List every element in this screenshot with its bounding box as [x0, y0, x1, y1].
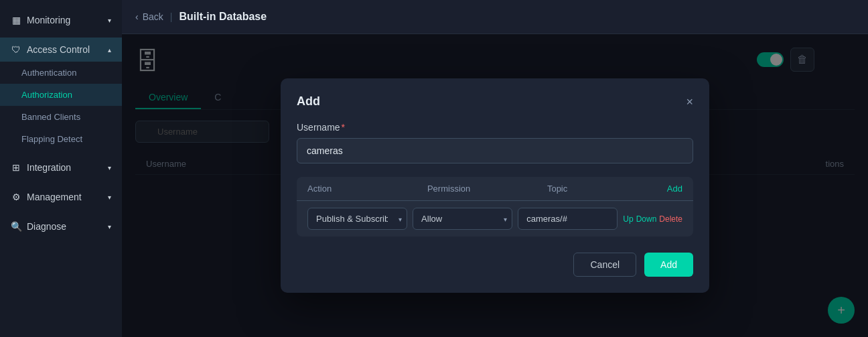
sidebar-item-monitoring[interactable]: ▦ Monitoring ▾ [0, 8, 122, 32]
shield-icon: 🛡 [11, 44, 21, 55]
integration-icon: ⊞ [11, 162, 21, 173]
topic-input[interactable] [518, 208, 618, 230]
row-down-button[interactable]: Down [636, 214, 657, 224]
username-label: Username* [297, 122, 693, 133]
diagnose-icon: 🔍 [11, 221, 21, 232]
modal-title: Add [297, 94, 320, 109]
action-select-wrapper: Publish & Subscribe Publish Subscribe ▾ [307, 208, 407, 230]
action-select[interactable]: Publish & Subscribe Publish Subscribe [307, 208, 407, 230]
sidebar-item-flapping-detect[interactable]: Flapping Detect [0, 128, 122, 150]
cancel-button[interactable]: Cancel [573, 253, 636, 277]
back-link[interactable]: ‹ Back [135, 11, 163, 22]
add-row-button[interactable]: Add [667, 184, 682, 194]
col-action: Action [307, 184, 427, 194]
page-title: Built-in Database [179, 11, 267, 23]
sidebar-item-management[interactable]: ⚙ Management ▾ [0, 185, 122, 209]
permission-select-wrapper: Allow Deny ▾ [413, 208, 512, 230]
main-content: ‹ Back | Built-in Database 🗄 🗑 Overview … [122, 0, 868, 337]
chevron-down-icon-diagnose: ▾ [108, 223, 111, 230]
sidebar-item-integration[interactable]: ⊞ Integration ▾ [0, 155, 122, 180]
row-delete-button[interactable]: Delete [659, 214, 682, 224]
table-col-headers: Action Permission Topic Add [297, 177, 693, 201]
col-topic: Topic [547, 184, 667, 194]
permission-select[interactable]: Allow Deny [413, 208, 512, 230]
modal-close-button[interactable]: × [686, 96, 693, 108]
sidebar-item-diagnose[interactable]: 🔍 Diagnose ▾ [0, 214, 122, 239]
add-modal: Add × Username* Action Permission Topic … [281, 78, 709, 293]
row-up-button[interactable]: Up [623, 214, 633, 224]
monitoring-icon: ▦ [11, 15, 21, 25]
sidebar: ▦ Monitoring ▾ 🛡 Access Control ▴ Authen… [0, 0, 122, 337]
sidebar-item-authorization[interactable]: Authorization [0, 84, 122, 106]
confirm-add-button[interactable]: Add [644, 253, 693, 277]
col-permission: Permission [427, 184, 547, 194]
sidebar-item-banned-clients[interactable]: Banned Clients [0, 106, 122, 128]
page-content: 🗄 🗑 Overview C Username tions [122, 34, 868, 337]
header-divider: | [170, 11, 173, 22]
chevron-down-icon-management: ▾ [108, 194, 111, 201]
modal-footer: Cancel Add [297, 253, 693, 277]
chevron-down-icon-integration: ▾ [108, 164, 111, 172]
chevron-up-icon: ▴ [108, 46, 111, 54]
chevron-left-icon: ‹ [135, 11, 139, 22]
modal-overlay: Add × Username* Action Permission Topic … [122, 34, 868, 337]
table-row: Publish & Subscribe Publish Subscribe ▾ … [297, 201, 693, 237]
required-indicator: * [342, 122, 345, 133]
sidebar-item-access-control[interactable]: 🛡 Access Control ▴ [0, 38, 122, 62]
page-header: ‹ Back | Built-in Database [122, 0, 868, 34]
permissions-table: Action Permission Topic Add Publish & Su… [297, 177, 693, 237]
chevron-down-icon: ▾ [108, 17, 111, 24]
management-icon: ⚙ [11, 192, 21, 202]
modal-header: Add × [297, 94, 693, 109]
username-input[interactable] [297, 138, 693, 163]
row-actions: Up Down Delete [623, 214, 682, 224]
sidebar-item-authentication[interactable]: Authentication [0, 62, 122, 84]
